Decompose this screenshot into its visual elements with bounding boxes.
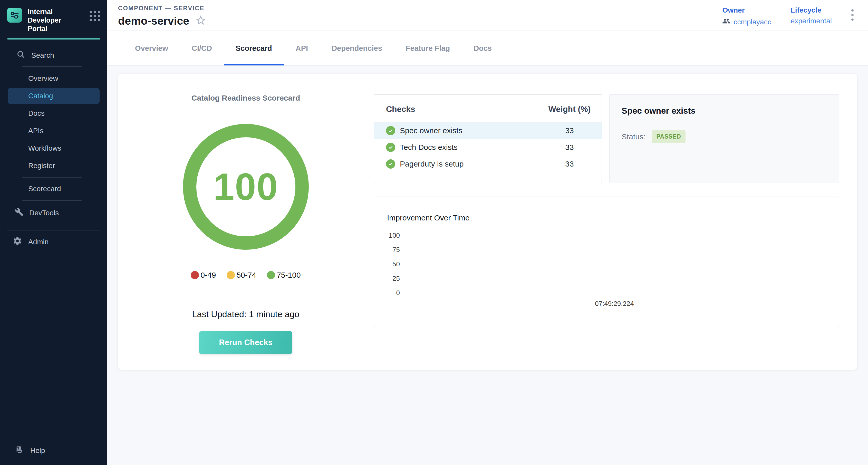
check-name: Pagerduty is setup	[400, 160, 464, 168]
portal-title: Internal Developer Portal	[28, 8, 81, 33]
check-name: Tech Docs exists	[400, 143, 458, 152]
check-passed-icon	[386, 126, 395, 135]
sidebar-item-catalog[interactable]: Catalog	[8, 88, 100, 104]
last-updated-text: Last Updated: 1 minute ago	[192, 309, 300, 319]
legend-item-low: 0-49	[191, 271, 216, 279]
help-chat-icon: ?	[14, 445, 24, 457]
score-gauge: 100	[183, 124, 309, 250]
check-row-spec-owner[interactable]: Spec owner exists 33	[374, 122, 601, 139]
breadcrumb: COMPONENT — SERVICE	[118, 0, 207, 12]
y-axis-tick: 75	[379, 246, 400, 254]
lifecycle-stat: Lifecycle experimental	[791, 6, 832, 25]
tab-feature-flag[interactable]: Feature Flag	[394, 31, 462, 65]
y-axis-tick: 50	[379, 260, 400, 268]
tab-overview[interactable]: Overview	[123, 31, 180, 65]
check-name: Spec owner exists	[400, 126, 462, 135]
sidebar-item-docs[interactable]: Docs	[0, 105, 107, 122]
entity-header-left: COMPONENT — SERVICE demo-service	[118, 0, 207, 27]
gauge-column: Catalog Readiness Scorecard 100 0-49 50-…	[118, 74, 374, 370]
sidebar-divider	[22, 66, 82, 67]
sidebar-item-admin[interactable]: Admin	[0, 230, 107, 253]
check-row-tech-docs[interactable]: Tech Docs exists 33	[374, 139, 601, 156]
sidebar-item-overview[interactable]: Overview	[0, 70, 107, 87]
favorite-star-icon[interactable]	[195, 14, 207, 27]
gear-icon	[13, 236, 22, 247]
checks-column-header: Checks	[386, 104, 415, 114]
tab-scorecard[interactable]: Scorecard	[224, 31, 284, 65]
sidebar-item-apis[interactable]: APIs	[0, 122, 107, 140]
check-row-pagerduty[interactable]: Pagerduty is setup 33	[374, 156, 601, 172]
sidebar-item-scorecard[interactable]: Scorecard	[0, 180, 107, 197]
legend-dot-yellow	[227, 271, 235, 279]
sidebar-search-label: Search	[31, 51, 54, 60]
group-icon	[722, 17, 731, 27]
legend-item-mid: 50-74	[227, 271, 256, 279]
tab-dependencies[interactable]: Dependencies	[320, 31, 394, 65]
portal-logo-icon	[7, 8, 22, 23]
y-axis-tick: 0	[379, 289, 400, 297]
wrench-icon	[15, 208, 24, 218]
logo-row: Internal Developer Portal	[0, 0, 107, 33]
sidebar-accent-rule	[7, 38, 100, 39]
entity-meta: Owner ccmplayacc Lifecycle experimental	[722, 0, 854, 27]
svg-text:?: ?	[17, 446, 20, 451]
check-passed-icon	[386, 159, 395, 168]
sidebar-item-devtools[interactable]: DevTools	[0, 203, 107, 223]
tab-api[interactable]: API	[284, 31, 320, 65]
chart-title: Improvement Over Time	[387, 214, 470, 222]
check-passed-icon	[386, 143, 395, 152]
more-options-icon[interactable]	[851, 6, 854, 21]
sidebar-divider	[22, 177, 82, 178]
weight-column-header: Weight (%)	[537, 104, 601, 114]
legend-dot-green	[267, 271, 275, 279]
search-icon	[17, 50, 25, 61]
sidebar-search[interactable]: Search	[0, 50, 107, 61]
main-area: COMPONENT — SERVICE demo-service Owner	[107, 0, 868, 465]
entity-tabs: Overview CI/CD Scorecard API Dependencie…	[107, 31, 868, 66]
legend-item-high: 75-100	[267, 271, 301, 279]
sidebar-divider	[22, 200, 82, 201]
score-legend: 0-49 50-74 75-100	[191, 271, 301, 279]
tab-cicd[interactable]: CI/CD	[180, 31, 224, 65]
check-detail-panel: Spec owner exists Status: PASSED	[609, 94, 839, 183]
lifecycle-value[interactable]: experimental	[791, 17, 832, 25]
checks-column: Checks Weight (%) Spec owner exists 33	[374, 74, 857, 370]
sidebar: Internal Developer Portal Search Overvie…	[0, 0, 107, 465]
sidebar-nav: Overview Catalog Docs APIs Workflows Reg…	[0, 70, 107, 253]
sidebar-item-register[interactable]: Register	[0, 157, 107, 175]
legend-dot-red	[191, 271, 199, 279]
improvement-chart: Improvement Over Time 100 75 50 25 0 07:…	[374, 196, 839, 327]
owner-label: Owner	[722, 6, 771, 14]
owner-link[interactable]: ccmplayacc	[722, 17, 771, 27]
sidebar-item-help[interactable]: ? Help	[0, 436, 107, 465]
check-weight: 33	[537, 143, 601, 152]
checks-table-header: Checks Weight (%)	[374, 95, 601, 122]
check-weight: 33	[537, 126, 601, 135]
sidebar-item-workflows[interactable]: Workflows	[0, 140, 107, 157]
scorecard-card: Catalog Readiness Scorecard 100 0-49 50-…	[118, 74, 857, 370]
apps-grid-icon[interactable]	[90, 11, 100, 21]
scorecard-content: Catalog Readiness Scorecard 100 0-49 50-…	[107, 66, 868, 465]
check-detail-title: Spec owner exists	[622, 106, 827, 116]
status-badge: PASSED	[652, 130, 685, 143]
app-root: Internal Developer Portal Search Overvie…	[0, 0, 868, 465]
entity-header: COMPONENT — SERVICE demo-service Owner	[107, 0, 868, 31]
rerun-checks-button[interactable]: Rerun Checks	[199, 331, 292, 354]
y-axis-tick: 100	[379, 231, 400, 240]
y-axis-tick: 25	[379, 275, 400, 283]
page-title: demo-service	[118, 14, 189, 27]
x-axis-tick: 07:49:29.224	[576, 300, 653, 308]
tab-docs[interactable]: Docs	[462, 31, 503, 65]
gauge-title: Catalog Readiness Scorecard	[191, 94, 300, 102]
score-value: 100	[213, 165, 278, 209]
status-label: Status:	[622, 132, 646, 141]
owner-value: ccmplayacc	[734, 18, 771, 26]
owner-stat: Owner ccmplayacc	[722, 6, 771, 27]
lifecycle-label: Lifecycle	[791, 6, 832, 14]
checks-table: Checks Weight (%) Spec owner exists 33	[374, 94, 602, 183]
check-weight: 33	[537, 160, 601, 168]
